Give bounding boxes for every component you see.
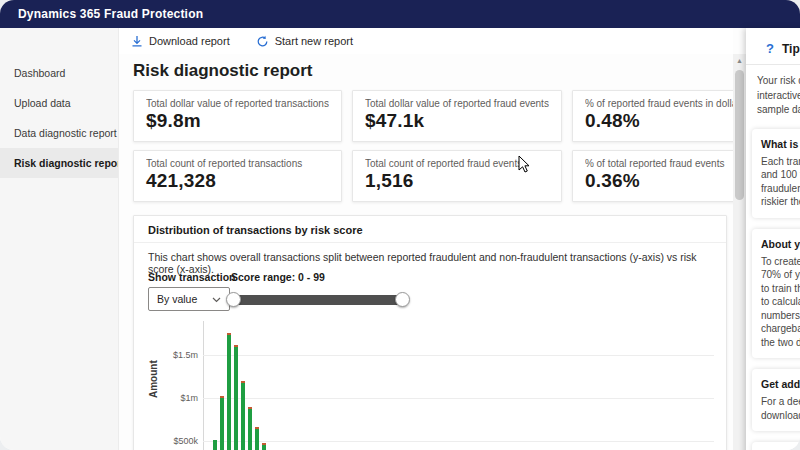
refresh-icon [256, 35, 269, 48]
vertical-scrollbar[interactable]: ▲ [733, 54, 746, 450]
chart-bar-fraud-cap [234, 345, 238, 347]
tip-card-line: download th [761, 409, 800, 423]
y-tick-label: $500k [146, 436, 198, 446]
command-toolbar: Download report Start new report [119, 28, 733, 54]
gridline [203, 398, 714, 399]
chart-card: Distribution of transactions by risk sco… [133, 215, 727, 450]
chart-title: Distribution of transactions by risk sco… [148, 224, 363, 236]
page-title: Risk diagnostic report [133, 61, 312, 81]
tip-card-title: About your [761, 238, 800, 250]
chart-bar-fraud-cap [255, 427, 259, 429]
tip-card-title: Get addition [761, 378, 800, 390]
chart-bar [255, 427, 259, 450]
tip-card-line: To create th [761, 255, 800, 269]
metric-card: Total count of reported fraud events1,51… [352, 150, 562, 202]
app-title: Dynamics 365 Fraud Protection [18, 7, 203, 21]
tips-intro: Your risk diainteractive rsample data [746, 65, 800, 118]
download-icon [131, 35, 143, 47]
dropdown-value: By value [157, 293, 197, 305]
metric-value: $47.1k [365, 110, 549, 132]
tips-intro-line: Your risk dia [757, 74, 800, 89]
metric-card: Total dollar value of reported transacti… [133, 90, 342, 142]
chart-bar-fraud-cap [262, 443, 266, 445]
app-title-bar: Dynamics 365 Fraud Protection [0, 0, 800, 28]
metric-label: Total count of reported transactions [146, 158, 329, 169]
tips-title: Tips [782, 42, 800, 56]
tip-card-line: For a deeper [761, 395, 800, 409]
tip-card-line: the two diag [761, 336, 800, 350]
chart-bar [262, 443, 266, 450]
download-report-button[interactable]: Download report [131, 35, 230, 47]
tips-intro-line: sample data [757, 103, 800, 118]
chart-plot: Amount $1.5m$1m$500k [134, 316, 726, 450]
scroll-up-icon[interactable]: ▲ [733, 54, 746, 68]
y-axis-line [203, 321, 204, 450]
tip-card: Discover theCreate your [752, 442, 800, 450]
tip-card-line: Each transa [761, 155, 800, 169]
metric-label: Total dollar value of reported transacti… [146, 98, 329, 109]
metric-card: Total count of reported transactions421,… [133, 150, 342, 202]
show-transaction-label: Show transaction [148, 271, 236, 283]
y-tick-label: $1m [146, 393, 198, 403]
tip-card-line: numbers of [761, 309, 800, 323]
chart-bar-fraud-cap [248, 407, 252, 409]
metric-card: Total dollar value of reported fraud eve… [352, 90, 562, 142]
metric-value: $9.8m [146, 110, 329, 132]
show-transaction-dropdown[interactable]: By value [148, 287, 230, 311]
tip-card: About yourTo create th70% of yourto trai… [752, 229, 800, 359]
tip-card-line: chargebacks [761, 322, 800, 336]
metric-value: 421,328 [146, 170, 329, 192]
chart-bar [220, 396, 224, 450]
chart-bar-fraud-cap [220, 396, 224, 398]
slider-handle-max[interactable] [395, 292, 410, 307]
chart-bar [248, 407, 252, 450]
chart-bar [227, 333, 231, 450]
divider [134, 242, 726, 243]
metric-value: 1,516 [365, 170, 549, 192]
chart-bar [241, 381, 245, 450]
tip-card-line: 70% of your [761, 268, 800, 282]
tip-card-line: to calculate [761, 295, 800, 309]
chart-bar [213, 440, 217, 450]
download-report-label: Download report [149, 35, 230, 47]
tip-card-line: and 100 to [761, 168, 800, 182]
tip-card-title: What is a r [761, 138, 800, 150]
sidebar-item-risk-diagnostic-report[interactable]: Risk diagnostic report [0, 148, 118, 178]
sidebar: DashboardUpload dataData diagnostic repo… [0, 28, 119, 450]
app-window: Dynamics 365 Fraud Protection DashboardU… [0, 0, 800, 450]
main-content: Risk diagnostic report Total dollar valu… [119, 54, 733, 450]
sidebar-nav: DashboardUpload dataData diagnostic repo… [0, 28, 118, 178]
chart-bar-fraud-cap [241, 381, 245, 383]
start-new-report-button[interactable]: Start new report [256, 35, 353, 48]
tips-intro-line: interactive r [757, 89, 800, 104]
slider-handle-min[interactable] [226, 292, 241, 307]
gridline [203, 441, 714, 442]
tips-panel: ? Tips Your risk diainteractive rsample … [746, 28, 800, 450]
metrics-grid: Total dollar value of reported transacti… [133, 90, 727, 202]
question-mark-icon: ? [766, 41, 774, 56]
metric-label: Total dollar value of reported fraud eve… [365, 98, 549, 109]
metric-label: Total count of reported fraud events [365, 158, 549, 169]
chart-bar [234, 345, 238, 450]
y-tick-label: $1.5m [146, 350, 198, 360]
tip-card-line: riskier the t [761, 195, 800, 209]
start-new-report-label: Start new report [275, 35, 353, 47]
tips-cards: What is a rEach transaand 100 tofraudule… [746, 129, 800, 450]
sidebar-item-dashboard[interactable]: Dashboard [0, 58, 118, 88]
sidebar-item-upload-data[interactable]: Upload data [0, 88, 118, 118]
chevron-down-icon [212, 293, 221, 305]
chart-bar-fraud-cap [227, 333, 231, 335]
sidebar-item-data-diagnostic-report[interactable]: Data diagnostic report [0, 118, 118, 148]
gridline [203, 355, 714, 356]
score-range-label: Score range: 0 - 99 [231, 271, 325, 283]
tip-card-line: fraudulent. [761, 182, 800, 196]
scrollbar-thumb[interactable] [735, 70, 744, 200]
tip-card: Get additionFor a deeperdownload th [752, 369, 800, 431]
tip-card: What is a rEach transaand 100 tofraudule… [752, 129, 800, 218]
tip-card-line: to train the [761, 282, 800, 296]
score-range-slider[interactable] [229, 295, 407, 305]
tips-header: ? Tips [746, 28, 800, 64]
